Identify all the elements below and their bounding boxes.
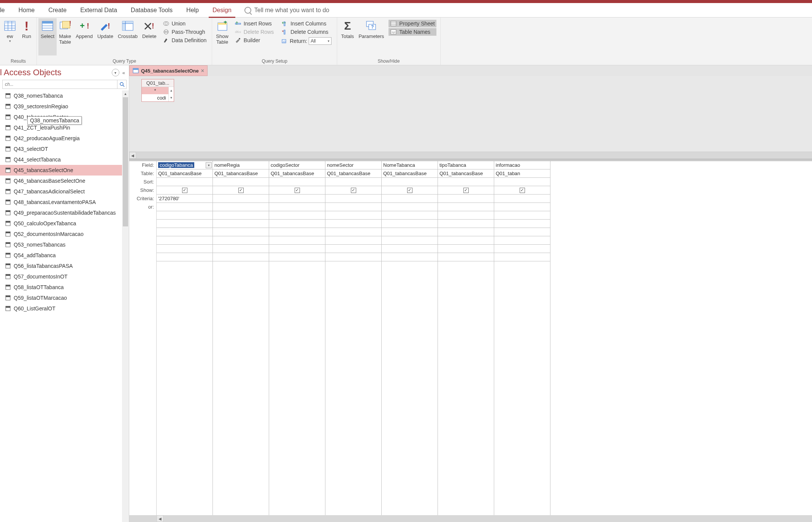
delete-rows-button[interactable]: Delete Rows xyxy=(233,28,275,36)
crosstab-label: Crosstab xyxy=(118,33,138,39)
select-label: Select xyxy=(41,33,54,39)
view-label: ew xyxy=(7,33,13,39)
return-icon: 10 xyxy=(281,38,288,44)
tab-home[interactable]: Home xyxy=(11,3,41,17)
make-table-label: Make Table xyxy=(59,33,71,45)
union-button[interactable]: Union xyxy=(161,20,208,27)
parameters-button[interactable]: ? Parameters xyxy=(356,18,386,55)
run-label: Run xyxy=(22,33,31,39)
return-label: Return: xyxy=(290,38,307,44)
select-query-icon xyxy=(41,20,54,32)
tab-create[interactable]: Create xyxy=(41,3,73,17)
tab-design[interactable]: Design xyxy=(206,3,238,17)
svg-text:!: ! xyxy=(87,22,89,30)
table-names-icon: xyz xyxy=(390,29,397,35)
totals-label: Totals xyxy=(341,33,354,39)
svg-text:+: + xyxy=(224,21,227,25)
delete-cols-label: Delete Columns xyxy=(290,29,328,35)
return-row: 10 Return: All▾ xyxy=(280,36,333,46)
property-sheet-icon xyxy=(390,21,397,27)
tab-external-data[interactable]: External Data xyxy=(73,3,124,17)
data-definition-icon xyxy=(163,37,170,43)
insert-rows-button[interactable]: Insert Rows xyxy=(233,20,275,27)
parameters-icon: ? xyxy=(365,20,377,32)
append-button[interactable]: +! Append xyxy=(73,18,95,55)
return-value: All xyxy=(311,38,316,44)
tab-database-tools[interactable]: Database Tools xyxy=(124,3,179,17)
append-icon: +! xyxy=(78,20,90,32)
dropdown-caret-icon: ▾ xyxy=(328,39,330,43)
property-sheet-label: Property Sheet xyxy=(399,21,435,27)
passthrough-icon xyxy=(163,29,170,35)
tab-file[interactable]: le xyxy=(0,3,11,17)
append-label: Append xyxy=(76,33,93,39)
search-icon xyxy=(244,7,251,14)
property-sheet-button[interactable]: Property Sheet xyxy=(389,20,436,27)
make-table-button[interactable]: ! Make Table xyxy=(57,18,73,55)
passthrough-button[interactable]: Pass-Through xyxy=(161,28,208,36)
delete-columns-button[interactable]: Delete Columns xyxy=(280,28,333,36)
builder-label: Builder xyxy=(244,37,260,43)
union-label: Union xyxy=(172,21,186,27)
union-icon xyxy=(163,21,170,27)
svg-point-31 xyxy=(239,38,240,40)
insert-columns-button[interactable]: Insert Columns xyxy=(280,20,333,27)
delete-label: Delete xyxy=(142,33,157,39)
crosstab-icon xyxy=(122,20,134,32)
group-show-hide-label: Show/Hide xyxy=(337,58,440,65)
crosstab-button[interactable]: Crosstab xyxy=(116,18,140,55)
svg-text:!: ! xyxy=(69,21,71,27)
totals-icon: Σ xyxy=(341,20,354,32)
svg-rect-7 xyxy=(42,21,53,24)
delete-columns-icon xyxy=(281,29,288,35)
datadef-label: Data Definition xyxy=(172,37,207,43)
group-query-type: Select ! Make Table +! Append ! Update C… xyxy=(37,17,212,65)
svg-text:10: 10 xyxy=(282,40,285,43)
run-icon: ! xyxy=(21,20,33,32)
svg-text:!: ! xyxy=(152,22,154,30)
delete-query-button[interactable]: ! Delete xyxy=(140,18,159,55)
group-query-setup: + Show Table Insert Rows Delete Rows Bui… xyxy=(212,17,337,65)
builder-icon xyxy=(235,37,241,43)
svg-rect-18 xyxy=(122,21,125,30)
svg-text:?: ? xyxy=(371,24,374,30)
svg-rect-39 xyxy=(391,21,396,26)
table-names-button[interactable]: xyzTable Names xyxy=(389,28,436,36)
select-query-button[interactable]: Select xyxy=(38,18,57,55)
svg-rect-33 xyxy=(284,30,285,34)
svg-text:!: ! xyxy=(108,22,110,30)
group-show-hide: Σ Totals ? Parameters Property Sheet xyz… xyxy=(337,17,441,65)
tab-help[interactable]: Help xyxy=(179,3,206,17)
update-label: Update xyxy=(97,33,113,39)
group-query-type-label: Query Type xyxy=(37,58,212,65)
delete-rows-label: Delete Rows xyxy=(244,29,274,35)
make-table-icon: ! xyxy=(59,20,71,32)
tell-me-search[interactable]: Tell me what you want to do xyxy=(238,7,329,14)
svg-text:xyz: xyz xyxy=(392,31,396,34)
run-button[interactable]: ! Run xyxy=(18,18,35,55)
table-names-label: Table Names xyxy=(399,29,430,35)
return-dropdown[interactable]: All▾ xyxy=(309,37,331,45)
update-button[interactable]: ! Update xyxy=(95,18,116,55)
builder-button[interactable]: Builder xyxy=(233,36,275,44)
parameters-label: Parameters xyxy=(358,33,384,39)
datasheet-icon xyxy=(4,20,16,32)
insert-rows-label: Insert Rows xyxy=(244,21,272,27)
totals-button[interactable]: Σ Totals xyxy=(339,18,356,55)
svg-rect-29 xyxy=(235,23,241,24)
ribbon-tabs: le Home Create External Data Database To… xyxy=(0,3,812,17)
svg-text:+: + xyxy=(80,21,85,30)
show-table-icon: + xyxy=(216,20,228,32)
show-table-button[interactable]: + Show Table xyxy=(214,18,231,55)
group-results-label: Results xyxy=(0,58,36,65)
insert-rows-icon xyxy=(235,21,241,27)
group-results: ew ▾ ! Run Results xyxy=(0,17,37,65)
passthrough-label: Pass-Through xyxy=(172,29,205,35)
show-table-label: Show Table xyxy=(216,33,228,45)
insert-columns-icon xyxy=(281,21,288,27)
data-definition-button[interactable]: Data Definition xyxy=(161,36,208,44)
view-button[interactable]: ew ▾ xyxy=(2,18,18,55)
ribbon-body: ew ▾ ! Run Results Select ! Make Table +… xyxy=(0,17,812,65)
insert-cols-label: Insert Columns xyxy=(290,21,326,27)
group-query-setup-label: Query Setup xyxy=(212,58,337,65)
